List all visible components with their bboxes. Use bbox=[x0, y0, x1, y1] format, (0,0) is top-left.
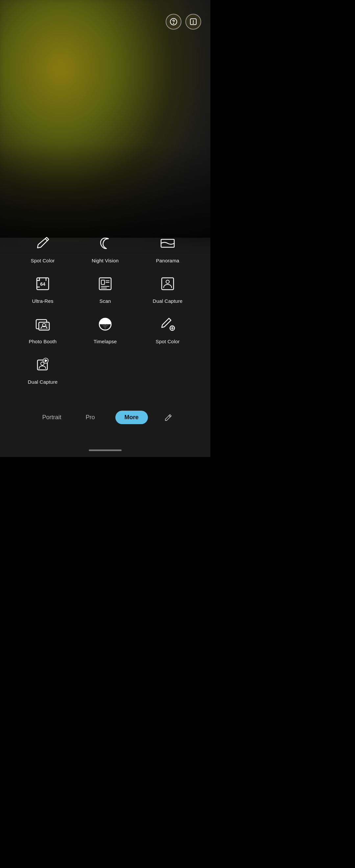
scan-label: Scan bbox=[100, 298, 111, 304]
spot-color-label: Spot Color bbox=[31, 258, 55, 264]
mode-ultra-res[interactable]: 64 Ultra-Res bbox=[13, 273, 72, 304]
home-indicator bbox=[89, 450, 122, 451]
modes-grid: Spot Color Night Vision bbox=[13, 233, 197, 385]
dual-capture-2-label: Dual Capture bbox=[28, 379, 58, 385]
background-overlay bbox=[0, 0, 211, 238]
mode-night-vision[interactable]: Night Vision bbox=[75, 233, 135, 264]
mode-panorama[interactable]: Panorama bbox=[138, 233, 197, 264]
spot-color-2-label: Spot Color bbox=[156, 339, 180, 344]
svg-text:64: 64 bbox=[40, 281, 45, 287]
mode-spot-color-2[interactable]: Spot Color bbox=[138, 314, 197, 344]
night-vision-label: Night Vision bbox=[92, 258, 119, 264]
mode-scan[interactable]: Scan bbox=[75, 273, 135, 304]
scan-icon bbox=[95, 273, 116, 294]
svg-point-1 bbox=[173, 23, 174, 24]
help-button[interactable] bbox=[166, 14, 182, 30]
svg-rect-14 bbox=[101, 280, 104, 284]
nav-portrait[interactable]: Portrait bbox=[38, 411, 65, 424]
mode-dual-capture-2[interactable]: Dual Capture bbox=[13, 354, 72, 385]
mode-photo-booth[interactable]: Photo Booth bbox=[13, 314, 72, 344]
night-vision-icon bbox=[95, 233, 116, 254]
nav-pro[interactable]: Pro bbox=[82, 411, 99, 424]
spot-color-icon bbox=[32, 233, 53, 254]
mode-dual-capture-1[interactable]: Dual Capture bbox=[138, 273, 197, 304]
svg-line-33 bbox=[169, 415, 170, 417]
photo-booth-icon bbox=[32, 314, 53, 335]
timelapse-label: Timelapse bbox=[94, 339, 117, 344]
svg-point-4 bbox=[193, 23, 194, 24]
modes-section: Spot Color Night Vision bbox=[0, 233, 211, 385]
dual-capture-icon bbox=[157, 273, 178, 294]
ultra-res-label: Ultra-Res bbox=[32, 298, 53, 304]
dual-capture-1-label: Dual Capture bbox=[153, 298, 183, 304]
dual-capture-play-icon bbox=[32, 354, 53, 375]
svg-point-20 bbox=[166, 280, 169, 283]
timelapse-icon bbox=[95, 314, 116, 335]
spot-color-edit-icon bbox=[157, 314, 178, 335]
svg-line-5 bbox=[45, 239, 47, 241]
nav-more[interactable]: More bbox=[116, 411, 148, 424]
ultra-res-icon: 64 bbox=[32, 273, 53, 294]
screen: Spot Color Night Vision bbox=[0, 0, 211, 457]
report-button[interactable] bbox=[185, 14, 201, 30]
bottom-nav: Portrait Pro More bbox=[0, 411, 211, 424]
mode-timelapse[interactable]: Timelapse bbox=[75, 314, 135, 344]
panorama-icon bbox=[157, 233, 178, 254]
top-icons bbox=[166, 14, 201, 30]
panorama-label: Panorama bbox=[156, 258, 180, 264]
photo-booth-label: Photo Booth bbox=[29, 339, 57, 344]
edit-button[interactable] bbox=[164, 414, 172, 422]
mode-spot-color[interactable]: Spot Color bbox=[13, 233, 72, 264]
